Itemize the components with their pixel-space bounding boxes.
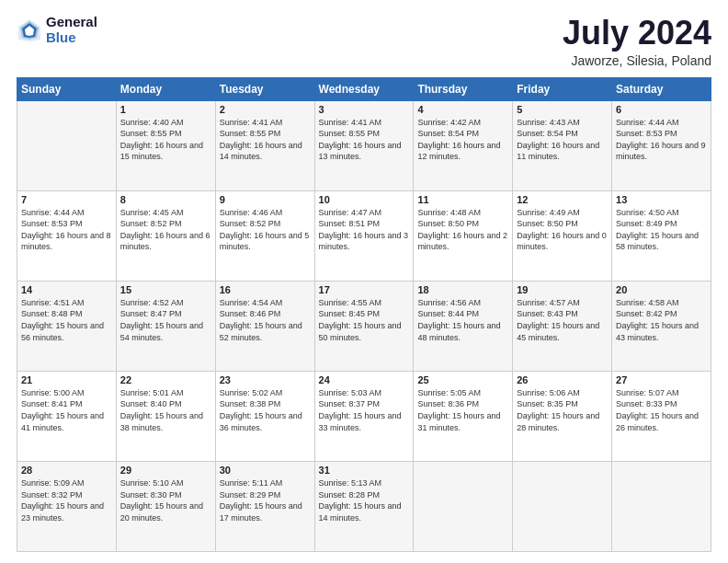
- table-row: 4Sunrise: 4:42 AMSunset: 8:54 PMDaylight…: [414, 100, 513, 190]
- calendar-week-row: 14Sunrise: 4:51 AMSunset: 8:48 PMDayligh…: [17, 281, 711, 371]
- day-info: Sunrise: 4:52 AMSunset: 8:47 PMDaylight:…: [120, 297, 211, 343]
- table-row: 25Sunrise: 5:05 AMSunset: 8:36 PMDayligh…: [414, 371, 513, 461]
- day-info: Sunrise: 5:09 AMSunset: 8:32 PMDaylight:…: [21, 477, 112, 523]
- table-row: 23Sunrise: 5:02 AMSunset: 8:38 PMDayligh…: [215, 371, 314, 461]
- calendar-week-row: 28Sunrise: 5:09 AMSunset: 8:32 PMDayligh…: [17, 461, 711, 551]
- header-friday: Friday: [513, 77, 612, 100]
- table-row: 11Sunrise: 4:48 AMSunset: 8:50 PMDayligh…: [414, 190, 513, 281]
- day-info: Sunrise: 4:43 AMSunset: 8:54 PMDaylight:…: [517, 117, 608, 163]
- calendar-week-row: 1Sunrise: 4:40 AMSunset: 8:55 PMDaylight…: [17, 100, 711, 190]
- day-info: Sunrise: 5:05 AMSunset: 8:36 PMDaylight:…: [417, 387, 508, 433]
- table-row: 18Sunrise: 4:56 AMSunset: 8:44 PMDayligh…: [414, 281, 513, 371]
- day-number: 18: [417, 284, 508, 295]
- day-info: Sunrise: 5:03 AMSunset: 8:37 PMDaylight:…: [319, 387, 410, 433]
- logo-icon: [17, 17, 42, 43]
- day-info: Sunrise: 4:45 AMSunset: 8:52 PMDaylight:…: [120, 207, 211, 253]
- day-info: Sunrise: 4:49 AMSunset: 8:50 PMDaylight:…: [517, 207, 608, 253]
- day-info: Sunrise: 5:11 AMSunset: 8:29 PMDaylight:…: [220, 477, 311, 523]
- day-info: Sunrise: 4:55 AMSunset: 8:45 PMDaylight:…: [319, 297, 410, 343]
- day-info: Sunrise: 4:44 AMSunset: 8:53 PMDaylight:…: [616, 117, 707, 163]
- table-row: 9Sunrise: 4:46 AMSunset: 8:52 PMDaylight…: [215, 190, 314, 281]
- day-info: Sunrise: 4:44 AMSunset: 8:53 PMDaylight:…: [21, 207, 112, 253]
- table-row: 31Sunrise: 5:13 AMSunset: 8:28 PMDayligh…: [314, 461, 414, 551]
- table-row: 22Sunrise: 5:01 AMSunset: 8:40 PMDayligh…: [116, 371, 215, 461]
- location: Jaworze, Silesia, Poland: [563, 53, 711, 68]
- table-row: 19Sunrise: 4:57 AMSunset: 8:43 PMDayligh…: [513, 281, 612, 371]
- day-number: 21: [21, 374, 112, 385]
- day-number: 9: [220, 194, 311, 205]
- day-number: 2: [220, 104, 311, 115]
- logo-text: General Blue: [46, 15, 97, 45]
- day-info: Sunrise: 4:42 AMSunset: 8:54 PMDaylight:…: [417, 117, 508, 163]
- calendar-week-row: 7Sunrise: 4:44 AMSunset: 8:53 PMDaylight…: [17, 190, 711, 281]
- table-row: 15Sunrise: 4:52 AMSunset: 8:47 PMDayligh…: [116, 281, 215, 371]
- day-number: 19: [517, 284, 608, 295]
- header-sunday: Sunday: [17, 77, 117, 100]
- weekday-header-row: Sunday Monday Tuesday Wednesday Thursday…: [17, 77, 711, 100]
- day-number: 29: [120, 465, 211, 476]
- day-number: 24: [319, 374, 410, 385]
- table-row: 12Sunrise: 4:49 AMSunset: 8:50 PMDayligh…: [513, 190, 612, 281]
- day-number: 16: [220, 284, 311, 295]
- day-info: Sunrise: 4:50 AMSunset: 8:49 PMDaylight:…: [616, 207, 707, 253]
- day-number: 7: [21, 194, 112, 205]
- table-row: 1Sunrise: 4:40 AMSunset: 8:55 PMDaylight…: [116, 100, 215, 190]
- day-number: 5: [517, 104, 608, 115]
- table-row: 7Sunrise: 4:44 AMSunset: 8:53 PMDaylight…: [17, 190, 117, 281]
- day-info: Sunrise: 4:58 AMSunset: 8:42 PMDaylight:…: [616, 297, 707, 343]
- header-tuesday: Tuesday: [215, 77, 314, 100]
- day-info: Sunrise: 4:51 AMSunset: 8:48 PMDaylight:…: [21, 297, 112, 343]
- day-info: Sunrise: 4:57 AMSunset: 8:43 PMDaylight:…: [517, 297, 608, 343]
- table-row: 6Sunrise: 4:44 AMSunset: 8:53 PMDaylight…: [612, 100, 711, 190]
- table-row: 24Sunrise: 5:03 AMSunset: 8:37 PMDayligh…: [314, 371, 414, 461]
- day-number: 22: [120, 374, 211, 385]
- table-row: 29Sunrise: 5:10 AMSunset: 8:30 PMDayligh…: [116, 461, 215, 551]
- day-number: 25: [417, 374, 508, 385]
- table-row: [17, 100, 117, 190]
- table-row: 17Sunrise: 4:55 AMSunset: 8:45 PMDayligh…: [314, 281, 414, 371]
- day-number: 14: [21, 284, 112, 295]
- table-row: [612, 461, 711, 551]
- table-row: 26Sunrise: 5:06 AMSunset: 8:35 PMDayligh…: [513, 371, 612, 461]
- table-row: 3Sunrise: 4:41 AMSunset: 8:55 PMDaylight…: [314, 100, 414, 190]
- header-saturday: Saturday: [612, 77, 711, 100]
- day-number: 15: [120, 284, 211, 295]
- table-row: 10Sunrise: 4:47 AMSunset: 8:51 PMDayligh…: [314, 190, 414, 281]
- day-number: 26: [517, 374, 608, 385]
- logo: General Blue: [17, 15, 97, 45]
- day-number: 11: [417, 194, 508, 205]
- table-row: 28Sunrise: 5:09 AMSunset: 8:32 PMDayligh…: [17, 461, 117, 551]
- calendar-week-row: 21Sunrise: 5:00 AMSunset: 8:41 PMDayligh…: [17, 371, 711, 461]
- day-number: 8: [120, 194, 211, 205]
- table-row: 2Sunrise: 4:41 AMSunset: 8:55 PMDaylight…: [215, 100, 314, 190]
- day-info: Sunrise: 5:13 AMSunset: 8:28 PMDaylight:…: [319, 477, 410, 523]
- day-number: 27: [616, 374, 707, 385]
- table-row: 21Sunrise: 5:00 AMSunset: 8:41 PMDayligh…: [17, 371, 117, 461]
- table-row: 20Sunrise: 4:58 AMSunset: 8:42 PMDayligh…: [612, 281, 711, 371]
- day-info: Sunrise: 5:01 AMSunset: 8:40 PMDaylight:…: [120, 387, 211, 433]
- day-number: 4: [417, 104, 508, 115]
- day-info: Sunrise: 4:41 AMSunset: 8:55 PMDaylight:…: [220, 117, 311, 163]
- table-row: [513, 461, 612, 551]
- day-info: Sunrise: 4:46 AMSunset: 8:52 PMDaylight:…: [220, 207, 311, 253]
- header-wednesday: Wednesday: [314, 77, 414, 100]
- calendar-table: Sunday Monday Tuesday Wednesday Thursday…: [17, 77, 711, 552]
- day-info: Sunrise: 4:56 AMSunset: 8:44 PMDaylight:…: [417, 297, 508, 343]
- day-info: Sunrise: 4:47 AMSunset: 8:51 PMDaylight:…: [319, 207, 410, 253]
- day-info: Sunrise: 4:54 AMSunset: 8:46 PMDaylight:…: [220, 297, 311, 343]
- day-number: 10: [319, 194, 410, 205]
- header-monday: Monday: [116, 77, 215, 100]
- month-year: July 2024: [563, 15, 711, 52]
- header-thursday: Thursday: [414, 77, 513, 100]
- day-number: 17: [319, 284, 410, 295]
- day-info: Sunrise: 4:41 AMSunset: 8:55 PMDaylight:…: [319, 117, 410, 163]
- table-row: 27Sunrise: 5:07 AMSunset: 8:33 PMDayligh…: [612, 371, 711, 461]
- header: General Blue July 2024 Jaworze, Silesia,…: [17, 15, 711, 68]
- day-info: Sunrise: 5:02 AMSunset: 8:38 PMDaylight:…: [220, 387, 311, 433]
- day-info: Sunrise: 5:07 AMSunset: 8:33 PMDaylight:…: [616, 387, 707, 433]
- day-number: 3: [319, 104, 410, 115]
- table-row: [414, 461, 513, 551]
- day-number: 13: [616, 194, 707, 205]
- day-number: 1: [120, 104, 211, 115]
- title-block: July 2024 Jaworze, Silesia, Poland: [563, 15, 711, 68]
